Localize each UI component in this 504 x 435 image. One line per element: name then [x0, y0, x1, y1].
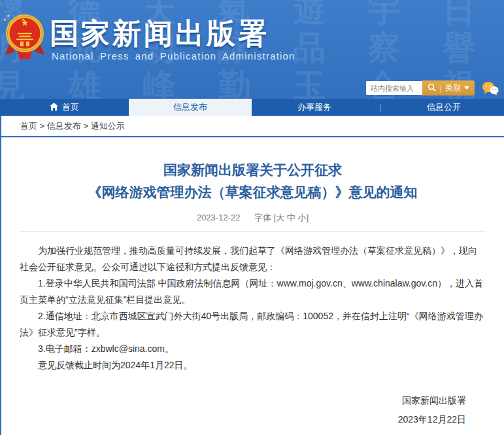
page: 懷 德 天 氣 遊 宇 日 月 統 朗 詠 品 察 譽 見 雄 峰 勤 玉 合 …: [0, 0, 504, 435]
site-title-english: National Press and Publication Administr…: [52, 50, 295, 61]
publish-date: 2023-12-22: [197, 213, 241, 222]
signature-block: 国家新闻出版署 2023年12月22日: [20, 391, 486, 429]
main-area: 首页 > 信息发布 > 通知公示 国家新闻出版署关于公开征求 《网络游戏管理办法…: [0, 116, 504, 435]
paragraph-channel-3: 3.电子邮箱：zxbwlc@sina.com。: [20, 341, 486, 357]
site-header: 懷 德 天 氣 遊 宇 日 月 統 朗 詠 品 察 譽 見 雄 峰 勤 玉 合 …: [0, 0, 504, 99]
signature-date: 2023年12月22日: [20, 410, 466, 429]
nav-item-home[interactable]: 首页: [0, 99, 129, 116]
nav-separator: |: [377, 99, 384, 116]
article-title-line1: 国家新闻出版署关于公开征求: [163, 162, 342, 177]
search-divider: |: [439, 84, 441, 93]
paragraph-channel-1: 1.登录中华人民共和国司法部 中国政府法制信息网（网址：www.moj.gov.…: [20, 275, 486, 308]
nav-item-services[interactable]: 办事服务: [252, 99, 377, 116]
article-body: 为加强行业规范管理，推动高质量可持续发展，我们起草了《网络游戏管理办法（草案征求…: [20, 243, 486, 374]
home-icon: [50, 103, 58, 113]
paragraph-intro: 为加强行业规范管理，推动高质量可持续发展，我们起草了《网络游戏管理办法（草案征求…: [20, 243, 486, 275]
nav-item-info-disclosure[interactable]: 信息公开: [384, 99, 504, 116]
chevron-down-icon: [464, 86, 469, 90]
paragraph-deadline: 意见反馈截止时间为2024年1月22日。: [20, 357, 486, 374]
search-input[interactable]: [366, 81, 422, 95]
search-button[interactable]: | 类别: [422, 80, 475, 96]
article: 国家新闻出版署关于公开征求 《网络游戏管理办法（草案征求意见稿）》意见的通知 2…: [1, 159, 504, 435]
signature-org: 国家新闻出版署: [20, 391, 466, 410]
breadcrumb[interactable]: 首页 > 信息发布 > 通知公示: [1, 116, 504, 136]
paragraph-channel-2: 2.通信地址：北京市西城区宣武门外大街40号出版局，邮政编码：100052，并在…: [20, 308, 486, 341]
blue-divider: [0, 136, 504, 137]
nav-item-label: 首页: [62, 101, 79, 113]
font-size-control[interactable]: 字体 [大 中 小]: [254, 213, 309, 222]
category-dropdown-label[interactable]: 类别: [445, 82, 461, 94]
article-title: 国家新闻出版署关于公开征求 《网络游戏管理办法（草案征求意见稿）》意见的通知: [20, 159, 486, 203]
nav-item-info-release[interactable]: 信息发布: [129, 99, 252, 116]
site-title[interactable]: 国家新闻出版署: [50, 14, 269, 53]
meta-divider: [20, 231, 486, 232]
article-meta: 2023-12-22 字体 [大 中 小]: [20, 212, 486, 224]
article-title-line2: 《网络游戏管理办法（草案征求意见稿）》意见的通知: [88, 184, 418, 200]
national-emblem-logo: [4, 13, 46, 63]
site-search: | 类别: [366, 80, 499, 96]
main-nav: 首页 信息发布 办事服务 | 信息公开: [0, 99, 504, 116]
search-icon: [428, 83, 436, 94]
wechat-icon[interactable]: [482, 81, 499, 96]
